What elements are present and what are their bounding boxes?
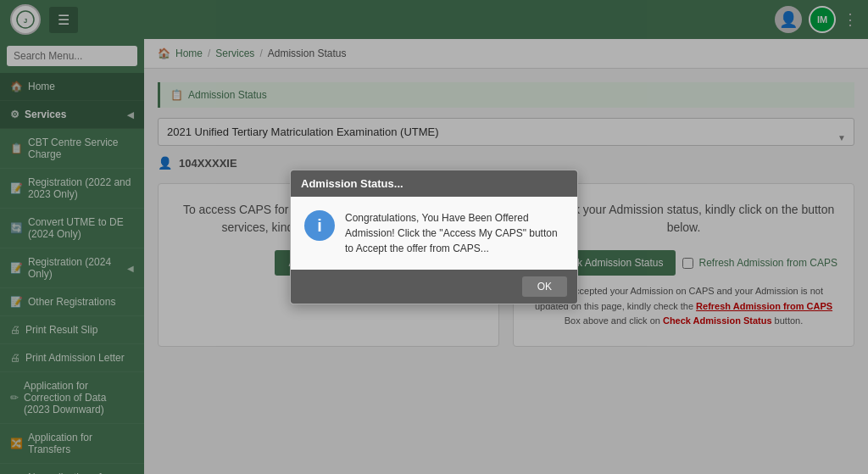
- modal-overlay: Admission Status... i Congratulations, Y…: [0, 0, 868, 474]
- modal-body: i Congratulations, You Have Been Offered…: [291, 197, 577, 270]
- modal-title: Admission Status...: [301, 177, 403, 190]
- modal-message: Congratulations, You Have Been Offered A…: [345, 210, 564, 256]
- modal-header: Admission Status...: [291, 170, 577, 197]
- modal-info-icon: i: [304, 210, 335, 241]
- modal-footer: OK: [291, 270, 577, 304]
- modal-box: Admission Status... i Congratulations, Y…: [290, 170, 578, 304]
- modal-ok-button[interactable]: OK: [522, 276, 567, 297]
- app-wrapper: J ☰ 👤 IM ⋮ 🏠 Home ⚙ Services: [0, 0, 868, 474]
